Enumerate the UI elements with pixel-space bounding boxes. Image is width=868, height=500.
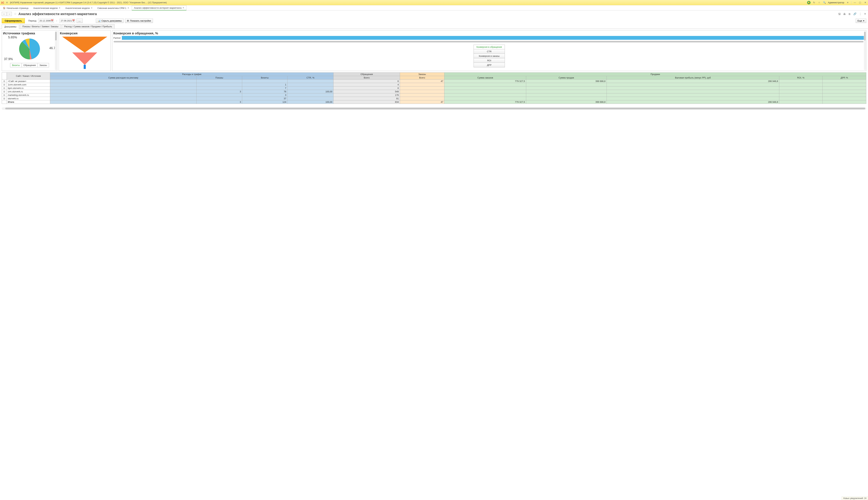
main-tab[interactable]: Анализ эффективности интернет-маркетинга… [132, 5, 187, 10]
metric-item[interactable]: ДРР [474, 63, 505, 67]
metric-item[interactable]: ROI [474, 58, 505, 63]
cell: 1 [242, 83, 287, 87]
tab-close-icon[interactable]: ✕ [91, 7, 92, 9]
row-name: crm.storverk.ru [7, 90, 50, 93]
cell [823, 97, 866, 100]
cell [526, 93, 607, 97]
hide-charts-button[interactable]: 📊 Скрыть диаграммы [96, 19, 124, 23]
expand-button[interactable]: ⊞ [2, 93, 7, 97]
star-icon[interactable]: ☆ [818, 1, 821, 4]
close-page-icon[interactable]: ✕ [864, 12, 866, 15]
funnel-stage-1 [62, 37, 107, 53]
cell [779, 83, 822, 87]
more-label: Еще [858, 20, 862, 22]
funnel-stage-2 [72, 53, 97, 65]
nav-back-button[interactable]: ← [2, 12, 7, 16]
pie-tab[interactable]: Заказы [38, 63, 49, 67]
tab-close-icon[interactable]: ✕ [182, 7, 184, 9]
cell: 779 327,5 [444, 100, 526, 104]
nav-forward-button[interactable]: → [7, 12, 12, 16]
cell [823, 87, 866, 90]
minimize-icon[interactable]: — [853, 1, 857, 4]
cell [779, 90, 822, 93]
more-button[interactable]: Еще ▾ [856, 19, 866, 23]
pie-tab[interactable]: Обращения [22, 63, 38, 67]
cell [779, 93, 822, 97]
date-picker-button[interactable]: … [77, 19, 83, 23]
link-icon[interactable]: 🔗 [853, 12, 857, 15]
table-row: ⊞storverk.ru3791 [2, 97, 866, 100]
more-vert-icon[interactable]: ⋮ [859, 12, 861, 15]
main-tab[interactable]: Аналитические модели✕ [63, 5, 95, 10]
favorite-star-icon[interactable]: ☆ [14, 12, 17, 16]
metric-item[interactable]: Конверсия в обращения [474, 45, 505, 49]
date-from-input[interactable]: 20.12.2006 📅 [38, 19, 54, 23]
row-name: 1crm.storverk.com [7, 83, 50, 87]
page-header: ← → ☆ Анализ эффективности интернет-марк… [0, 10, 868, 18]
history-icon[interactable]: ↻ [812, 1, 816, 4]
panel-scrollbar[interactable] [55, 31, 57, 70]
maximize-icon[interactable]: ▢ [858, 1, 862, 4]
col-header: Сумма расходов на рекламу [50, 76, 196, 80]
cell [526, 97, 607, 100]
expand-button[interactable]: ⊞ [2, 97, 7, 100]
page-hscrollbar[interactable] [2, 107, 866, 110]
bell-icon[interactable]: 🔔 [807, 1, 811, 4]
main-menu-icon[interactable]: ≡ [5, 1, 9, 4]
expand-button[interactable]: ⊞ [2, 87, 7, 90]
cell [196, 83, 242, 87]
col-header: Сумма заказов [444, 76, 526, 80]
cell [287, 83, 333, 87]
main-tab[interactable]: Аналитические модели✕ [31, 5, 63, 10]
panel-scrollbar[interactable] [864, 31, 866, 70]
cell [607, 93, 779, 97]
table-row: ⊞1crm.storverk.com14 [2, 83, 866, 87]
main-tab[interactable]: Начальная страница [1, 5, 31, 10]
cell [287, 97, 333, 100]
cell: 176 [333, 93, 400, 97]
row-name: marketing.storverk.ru [7, 93, 50, 97]
pie-tabs: ВизитыОбращенияЗаказы [10, 63, 49, 67]
inner-tab[interactable]: Расход / Сумма заказов / Продажи / Прибы… [61, 24, 115, 29]
cell [779, 80, 822, 83]
tab-close-icon[interactable]: ✕ [59, 7, 60, 9]
expand-button[interactable]: ⊞ [2, 90, 7, 93]
cell [779, 100, 822, 104]
calendar-icon[interactable]: 📅 [72, 20, 75, 22]
cell [444, 97, 526, 100]
save-icon[interactable]: 🖫 [838, 12, 841, 15]
calendar-icon[interactable]: 📅 [51, 20, 54, 22]
user-label[interactable]: Администратор [828, 1, 844, 4]
expand-button[interactable]: ⊞ [2, 80, 7, 83]
preview-icon[interactable]: 🗎 [848, 12, 851, 15]
row-name: storverk.ru [7, 97, 50, 100]
panel-hscrollbar[interactable] [113, 41, 865, 43]
form-button[interactable]: Сформировать [2, 18, 25, 23]
show-settings-button[interactable]: ⚙ Показать настройки [125, 19, 153, 23]
expand-button[interactable]: ⊞ [2, 83, 7, 87]
cell [607, 87, 779, 90]
metric-item[interactable]: CTR [474, 49, 505, 54]
cell [779, 97, 822, 100]
close-icon[interactable]: ✕ [864, 1, 867, 4]
panel-title: Источники трафика [3, 32, 56, 35]
print-icon[interactable]: 🖶 [843, 12, 846, 15]
date-to-input[interactable]: 27.09.2021 📅 [59, 19, 75, 23]
pie-tab[interactable]: Визиты [10, 63, 22, 67]
cell [823, 100, 866, 104]
cell [196, 97, 242, 100]
inner-tab[interactable]: Диаграммы [2, 24, 19, 29]
expand-button [2, 100, 7, 104]
settings-lines-icon[interactable]: ≡ [846, 1, 849, 4]
cell [242, 80, 287, 83]
tab-close-icon[interactable]: ✕ [127, 7, 129, 9]
cell [823, 83, 866, 87]
tab-label: Сквозная аналитика CRM 1 [98, 7, 126, 9]
inner-tab[interactable]: Показы / Визиты / Заявки / Заказы [20, 24, 61, 29]
cell [400, 83, 444, 87]
cell [400, 90, 444, 93]
cell: 399 688,8 [526, 100, 607, 104]
metric-item[interactable]: Конверсия в заказы [474, 54, 505, 58]
main-tab[interactable]: Сквозная аналитика CRM 1✕ [95, 5, 132, 10]
books-icon[interactable]: 🔍 [823, 1, 826, 4]
